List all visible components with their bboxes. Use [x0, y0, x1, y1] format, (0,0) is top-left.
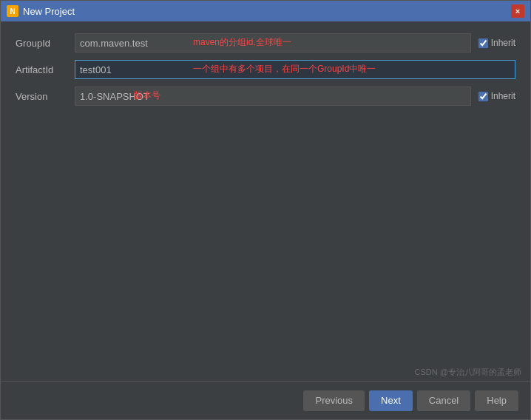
version-row: Version Inherit 版本号 [16, 87, 515, 106]
groupid-inherit-label: Inherit [491, 38, 515, 48]
new-project-window: N New Project × GroupId Inherit maven的分组… [0, 0, 531, 420]
artifactid-row: ArtifactId 一个组中有多个项目，在同一个GroupId中唯一 [16, 60, 515, 79]
window-body: GroupId Inherit maven的分组id,全球唯一 Artifact… [1, 21, 530, 419]
next-button[interactable]: Next [369, 390, 413, 411]
window-title: New Project [23, 6, 75, 17]
close-button[interactable]: × [511, 4, 524, 18]
previous-button[interactable]: Previous [303, 390, 365, 411]
artifactid-label: ArtifactId [16, 64, 75, 75]
version-inherit-container: Inherit [478, 91, 515, 101]
help-button[interactable]: Help [475, 390, 518, 411]
groupid-row: GroupId Inherit maven的分组id,全球唯一 [16, 33, 515, 52]
title-bar: N New Project × [1, 1, 530, 21]
groupid-label: GroupId [16, 38, 75, 49]
version-inherit-label: Inherit [491, 91, 515, 101]
version-input[interactable] [75, 87, 471, 106]
version-inherit-checkbox[interactable] [478, 92, 488, 101]
groupid-inherit-container: Inherit [478, 38, 515, 48]
bottom-bar: Previous Next Cancel Help [1, 381, 530, 419]
version-label: Version [16, 91, 75, 102]
content-area: GroupId Inherit maven的分组id,全球唯一 Artifact… [1, 21, 530, 381]
cancel-button[interactable]: Cancel [417, 390, 470, 411]
artifactid-input[interactable] [75, 60, 515, 79]
groupid-inherit-checkbox[interactable] [478, 38, 488, 48]
groupid-input[interactable] [75, 33, 471, 52]
title-bar-left: N New Project [7, 5, 75, 17]
app-icon: N [7, 5, 18, 17]
